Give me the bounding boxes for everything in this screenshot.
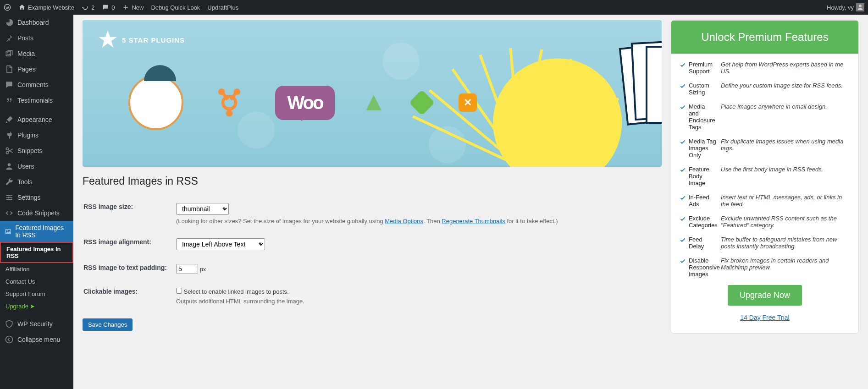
- svg-point-10: [6, 336, 13, 343]
- comments-link[interactable]: 0: [102, 4, 115, 11]
- feedly-green-icon: [409, 90, 435, 116]
- sidebar-item-label: Snippets: [17, 147, 42, 154]
- main-content: 5 STAR PLUGINS Woo ✕ Featured Images in …: [73, 15, 868, 352]
- new-link[interactable]: New: [122, 4, 144, 11]
- sidebar-item-snippets[interactable]: Snippets: [0, 143, 73, 159]
- feature-desc: Use the first body image in RSS feeds.: [721, 166, 823, 186]
- plugin-banner: 5 STAR PLUGINS Woo ✕: [83, 20, 662, 167]
- hubspot-icon: [211, 84, 248, 121]
- avatar-icon: [856, 3, 864, 11]
- feature-name: In-Feed Ads: [689, 194, 716, 208]
- comment-icon: [5, 80, 14, 89]
- brush-icon: [5, 115, 14, 124]
- svg-point-6: [8, 197, 9, 198]
- refresh-icon: [82, 4, 89, 11]
- size-description: (Looking for other sizes? Set the size o…: [176, 218, 656, 225]
- check-icon: [680, 104, 686, 110]
- site-link[interactable]: Example Website: [18, 4, 74, 11]
- align-label: RSS image alignment:: [83, 234, 175, 258]
- check-icon: [680, 195, 686, 201]
- howdy-user[interactable]: Howdy, vy: [827, 3, 864, 11]
- sidebar-item-dashboard[interactable]: Dashboard: [0, 15, 73, 30]
- premium-heading: Unlock Premium Features: [671, 21, 858, 54]
- admin-bar: Example Website 2 0 New Debug Quick Look…: [0, 0, 868, 15]
- rss-image-size-select[interactable]: thumbnail: [176, 203, 229, 215]
- new-label: New: [132, 4, 144, 11]
- sidebar-item-label: Featured Images In RSS: [15, 224, 69, 239]
- page-title: Featured Images in RSS: [83, 175, 662, 187]
- submenu-support-forum[interactable]: Support Forum: [0, 288, 73, 300]
- regenerate-thumbnails-link[interactable]: Regenerate Thumbnails: [442, 218, 505, 225]
- plus-icon: [122, 4, 129, 11]
- feature-name: Exclude Categories: [689, 215, 718, 229]
- check-icon: [680, 167, 686, 173]
- feature-name: Custom Sizing: [689, 82, 716, 96]
- premium-feature: Exclude Categories Exclude unwanted RSS …: [680, 215, 850, 229]
- comment-icon: [102, 4, 109, 11]
- sidebar-item-users[interactable]: Users: [0, 159, 73, 174]
- code-icon: [5, 208, 14, 218]
- feature-name: Disable Responsive Images: [689, 257, 720, 278]
- x-icon: ✕: [459, 93, 477, 112]
- five-star-plugins-logo: 5 STAR PLUGINS: [96, 28, 185, 51]
- feature-desc: Exclude unwanted RSS content such as the…: [721, 215, 850, 229]
- sidebar-item-wp-security[interactable]: WP Security: [0, 316, 73, 332]
- sidebar-submenu: Featured Images In RSSAffiliationContact…: [0, 242, 73, 312]
- premium-feature: Custom Sizing Define your custom image s…: [680, 82, 850, 96]
- feature-name: Feed Delay: [689, 236, 716, 250]
- sidebar-item-label: Tools: [17, 178, 33, 186]
- settings-form: RSS image size: thumbnail (Looking for o…: [83, 197, 662, 314]
- media-options-link[interactable]: Media Options: [385, 218, 423, 225]
- sidebar-item-tools[interactable]: Tools: [0, 174, 73, 190]
- updraft-link[interactable]: UpdraftPlus: [207, 4, 238, 11]
- svg-point-4: [8, 163, 11, 166]
- sidebar-item-label: Plugins: [17, 131, 39, 139]
- sidebar-item-label: Testimonials: [17, 97, 53, 104]
- comment-count: 0: [111, 4, 115, 11]
- submenu-featured-images-in-rss[interactable]: Featured Images In RSS: [0, 242, 73, 263]
- premium-feature: Media Tag Images Only Fix duplicate imag…: [680, 138, 850, 159]
- scissors-icon: [5, 146, 14, 155]
- feature-desc: Time buffer to safeguard mistakes from n…: [721, 236, 850, 250]
- sidebar-item-label: WP Security: [17, 320, 53, 328]
- premium-feature: In-Feed Ads Insert text or HTML messages…: [680, 194, 850, 208]
- svg-point-5: [9, 195, 11, 196]
- sidebar-item-collapse-menu[interactable]: Collapse menu: [0, 332, 73, 347]
- svg-point-7: [11, 199, 12, 200]
- svg-point-9: [6, 230, 8, 231]
- premium-feature: Disable Responsive Images Fix broken ima…: [680, 257, 850, 278]
- submenu-contact-us[interactable]: Contact Us: [0, 275, 73, 288]
- sidebar-item-featured-images-in-rss[interactable]: Featured Images In RSS: [0, 221, 73, 242]
- feature-name: Media and Enclosure Tags: [689, 103, 716, 131]
- sidebar-item-settings[interactable]: Settings: [0, 190, 73, 205]
- sidebar-item-testimonials[interactable]: Testimonials: [0, 93, 73, 108]
- size-label: RSS image size:: [83, 198, 175, 233]
- check-icon: [680, 216, 686, 222]
- sidebar-item-comments[interactable]: Comments: [0, 77, 73, 93]
- rss-image-alignment-select[interactable]: Image Left Above Text: [176, 238, 265, 250]
- sidebar-item-label: Comments: [17, 81, 49, 88]
- updates-link[interactable]: 2: [82, 4, 94, 11]
- feature-desc: Place images anywhere in email design.: [721, 103, 827, 131]
- debug-link[interactable]: Debug Quick Look: [151, 4, 200, 11]
- upgrade-now-button[interactable]: Upgrade Now: [728, 285, 802, 306]
- free-trial-link[interactable]: 14 Day Free Trial: [680, 314, 850, 321]
- save-changes-button[interactable]: Save Changes: [83, 318, 133, 331]
- submenu-affiliation[interactable]: Affiliation: [0, 263, 73, 275]
- sidebar-item-code-snippets[interactable]: Code Snippets: [0, 205, 73, 221]
- sidebar-item-plugins[interactable]: Plugins: [0, 127, 73, 143]
- feature-desc: Get help from WordPress experts based in…: [721, 61, 850, 75]
- sidebar-item-appearance[interactable]: Appearance: [0, 112, 73, 127]
- collapse-icon: [5, 335, 14, 344]
- sidebar-item-media[interactable]: Media: [0, 46, 73, 61]
- submenu-upgrade-[interactable]: Upgrade ➤: [0, 300, 73, 312]
- sidebar-item-pages[interactable]: Pages: [0, 61, 73, 77]
- feature-desc: Define your custom image size for RSS fe…: [721, 82, 843, 96]
- check-icon: [680, 139, 686, 145]
- clickable-images-checkbox[interactable]: [176, 288, 182, 294]
- sidebar-item-posts[interactable]: Posts: [0, 30, 73, 46]
- media-icon: [5, 49, 14, 58]
- rss-padding-input[interactable]: [176, 264, 198, 274]
- wp-logo[interactable]: [4, 4, 11, 11]
- feature-name: Feature Body Image: [689, 166, 716, 186]
